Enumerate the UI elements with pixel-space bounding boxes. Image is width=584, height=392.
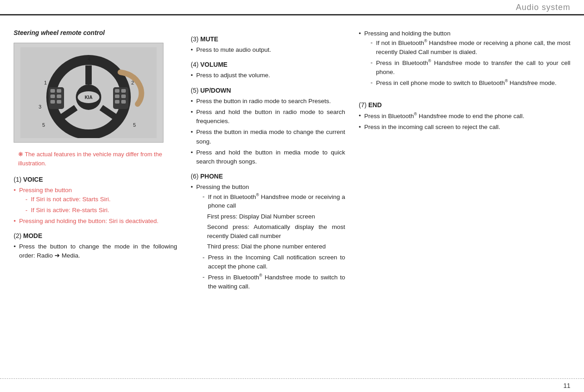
middle-column: (3) MUTE Press to mute audio output. (4)… [186,29,354,371]
page-number: 11 [563,382,570,389]
svg-text:5: 5 [42,122,45,128]
list-item: Pressing the button If not in Bluetooth®… [191,183,345,291]
phone-sub-list: If not in Bluetooth® Handsfree mode or r… [201,192,345,211]
list-item: Press the button in media mode to change… [191,128,345,146]
phone-hold-sub-list: If not in Bluetooth® Handsfree mode or r… [369,38,570,88]
svg-text:KIA: KIA [84,95,92,100]
svg-rect-10 [57,89,61,93]
list-item: If not in Bluetooth® Handsfree mode or r… [369,38,570,57]
note-text: The actual features in the vehicle may d… [14,150,177,168]
list-item: If Siri is active: Re-starts Siri. [24,206,177,215]
list-item: Press to adjust the volume. [191,71,345,80]
list-item: Press in the incoming call screen to rej… [359,123,570,132]
section-title: Steering wheel remote control [14,29,177,36]
svg-text:1: 1 [44,80,47,85]
phone-sub-item: First press: Display Dial Number screen [207,212,345,221]
svg-rect-16 [115,89,119,93]
list-item: Press the button to change the mode in t… [14,242,177,261]
updown-heading: (5) UP/DOWN [191,87,345,94]
voice-list: Pressing the button If Siri is not activ… [14,186,177,226]
svg-text:3: 3 [39,104,41,109]
svg-rect-18 [115,94,119,98]
svg-rect-11 [50,94,55,98]
phone-sub-item: Second press: Automatically display the … [207,223,345,241]
page-header: Audio system [0,0,584,15]
phone-dash-list: Press in the Incoming Call notification … [201,253,345,292]
phone-heading: (6) PHONE [191,173,345,180]
end-list: Press in Bluetooth® Handsfree mode to en… [359,111,570,132]
list-item: If not in Bluetooth® Handsfree mode or r… [201,192,345,211]
list-item: Press the button in radio mode to search… [191,97,345,106]
svg-rect-21 [121,100,126,104]
list-item: Press and hold the button in radio mode … [191,108,345,126]
list-item: Pressing and holding the button If not i… [359,29,570,88]
main-content: Steering wheel remote control KIA [0,15,584,371]
phone-sub-items: First press: Display Dial Number screen … [196,212,345,252]
list-item: Press in the Incoming Call notification … [201,253,345,272]
header-title: Audio system [516,3,570,12]
list-item: Pressing the button If Siri is not activ… [14,186,177,215]
svg-text:5: 5 [133,122,136,128]
list-item: Pressing and holding the button: Siri is… [14,217,177,226]
svg-rect-12 [57,94,61,98]
list-item: Press in Bluetooth® Handsfree mode to tr… [369,58,570,77]
list-item: Press in cell phone mode to switch to Bl… [369,78,570,88]
voice-sub-list: If Siri is not active: Starts Siri. If S… [24,195,177,215]
svg-rect-9 [50,89,55,93]
svg-rect-20 [115,100,119,104]
list-item: Press and hold the button in media mode … [191,148,345,167]
mute-list: Press to mute audio output. [191,45,345,55]
svg-text:4: 4 [88,56,90,62]
steering-wheel-svg: KIA [20,47,157,138]
page-footer: 11 [0,378,584,392]
list-item: Press to mute audio output. [191,45,345,55]
list-item: Press in Bluetooth® Handsfree mode to sw… [201,273,345,291]
left-column: Steering wheel remote control KIA [14,29,186,371]
phone-sub-item: Third press: Dial the phone number enter… [207,242,345,251]
mute-heading: (3) MUTE [191,35,345,43]
list-item: Press in Bluetooth® Handsfree mode to en… [359,111,570,121]
end-heading: (7) END [359,101,570,109]
right-column: Pressing and holding the button If not i… [354,29,570,371]
phone-list: Pressing the button If not in Bluetooth®… [191,183,345,291]
svg-rect-17 [121,89,126,93]
steering-wheel-image: KIA [14,43,163,143]
list-item: If Siri is not active: Starts Siri. [24,195,177,204]
volume-heading: (4) VOLUME [191,61,345,68]
mode-heading: (2) MODE [14,232,177,239]
phone-hold-list: Pressing and holding the button If not i… [359,29,570,88]
svg-rect-14 [57,100,61,104]
voice-heading: (1) VOICE [14,176,177,183]
volume-list: Press to adjust the volume. [191,71,345,80]
svg-rect-13 [50,100,55,104]
svg-rect-19 [121,94,126,98]
updown-list: Press the button in radio mode to search… [191,97,345,167]
mode-list: Press the button to change the mode in t… [14,242,177,261]
